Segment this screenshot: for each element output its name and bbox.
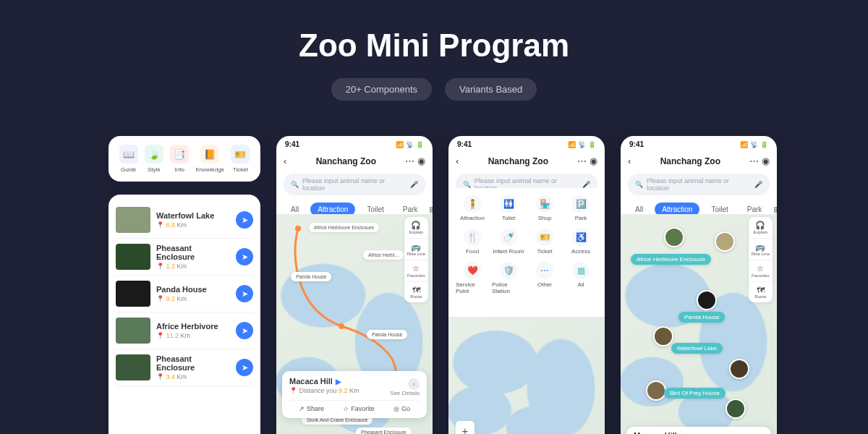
toolbar-item-guide[interactable]: 📖Guide [119, 145, 138, 173]
back-icon[interactable]: ‹ [284, 156, 286, 166]
map-tag[interactable]: Panda House [678, 312, 725, 323]
toolbar-item-knowledge[interactable]: 📙Knowledge [195, 145, 224, 173]
wifi-icon: 📡 [750, 141, 758, 148]
tool-explain[interactable]: 🎧Explain [404, 217, 428, 239]
category-label: All [578, 281, 584, 288]
map-avatar[interactable] [664, 227, 684, 247]
category-attraction[interactable]: 🧍Attraction [456, 195, 489, 221]
pill-row: 20+ Components Variants Based [0, 78, 868, 101]
toolbar-item-info[interactable]: 📑Info [170, 145, 189, 173]
category-access[interactable]: ♿Access [564, 229, 597, 255]
mic-icon[interactable]: 🎤 [754, 181, 762, 188]
chevron-right-icon[interactable]: › [408, 378, 420, 390]
tool-rideline[interactable]: 🚌Ride Line [404, 239, 428, 260]
category-ticket[interactable]: 🎫Ticket [528, 229, 561, 255]
search-placeholder: Please input animal name or location [302, 177, 407, 192]
list-title: Africe Herbivore [156, 322, 230, 331]
search-input[interactable]: 🔍 Please input animal name or location 🎤 [284, 174, 425, 195]
bus-icon: 🚌 [407, 242, 425, 252]
search-input[interactable]: 🔍 Please input animal name or location 🎤 [628, 174, 770, 195]
phone-map-avatars: 9:41 📶📡🔋 ‹ Nanchang Zoo ⋯ ◉ 🔍 Please inp… [621, 136, 777, 434]
map-canvas[interactable] [448, 317, 605, 434]
map-avatar[interactable] [715, 231, 735, 252]
category-icon: ❤️ [464, 262, 481, 279]
zoom-in-button[interactable]: + [456, 421, 475, 434]
info-icon: 📑 [170, 145, 189, 163]
list-distance: 📍 3.4 Km [156, 373, 230, 380]
map-tag[interactable]: Bird Of Prey House [664, 388, 726, 399]
navigate-button[interactable]: ➤ [236, 211, 253, 229]
mic-icon[interactable]: 🎤 [582, 181, 590, 188]
toolbar-item-ticket[interactable]: 🎫Ticket [231, 145, 250, 173]
go-button[interactable]: ◎ Go [393, 405, 410, 412]
map-tag[interactable]: Waterfowl Lake [671, 343, 723, 354]
category-grid: 🧍Attraction🚻Toilet🏪Shop🅿️Park🍴Food🍼Infan… [448, 188, 605, 302]
location-bottom-card: Macaca Hill▶ › 📍 Distance you 9.2 Km See… [282, 371, 427, 418]
map-chip[interactable]: Africe Herbivore Enclosure [309, 223, 379, 232]
pill-components: 20+ Components [331, 78, 432, 101]
tool-favorites[interactable]: ☆Favorites [404, 260, 428, 282]
thumbnail [116, 207, 150, 233]
guide-icon: 📖 [119, 145, 138, 163]
list-distance: 📍 6.8 Km [156, 221, 230, 229]
back-icon[interactable]: ‹ [456, 156, 459, 166]
navigate-button[interactable]: ➤ [236, 285, 253, 302]
tool-favorites[interactable]: ☆Favorites [749, 260, 773, 282]
menu-icon[interactable]: ⋯ ◉ [405, 156, 425, 166]
location-list: Waterfowl Lake📍 6.8 Km➤Pheasant Enclosur… [109, 195, 260, 434]
thumbnail [116, 244, 150, 270]
category-police-station[interactable]: 🛡️Police Station [492, 262, 525, 294]
category-infant-room[interactable]: 🍼Infant Room [492, 229, 525, 255]
grid-icon[interactable]: ▦ [773, 205, 777, 214]
navigate-button[interactable]: ➤ [236, 248, 253, 265]
list-item[interactable]: Africe Herbivore📍 11.2 Km➤ [116, 312, 253, 349]
play-icon[interactable]: ▶ [680, 432, 686, 435]
list-item[interactable]: Pheasant Enclosure📍 3.4 Km➤ [116, 349, 253, 386]
map-canvas[interactable]: 🎧Explain 🚌Ride Line ☆Favorites 🗺Route Af… [621, 214, 777, 434]
map-avatar[interactable] [726, 399, 746, 419]
category-toilet[interactable]: 🚻Toilet [492, 195, 525, 221]
list-item[interactable]: Panda House📍 9.2 Km➤ [116, 276, 253, 312]
category-all[interactable]: ▦All [564, 262, 597, 294]
list-title: Panda House [156, 285, 230, 294]
play-icon[interactable]: ▶ [336, 378, 341, 386]
category-park[interactable]: 🅿️Park [564, 195, 597, 221]
navigate-button[interactable]: ➤ [236, 359, 253, 376]
map-avatar[interactable] [646, 380, 666, 401]
list-item[interactable]: Pheasant Enclosure📍 1.2 Km➤ [116, 239, 253, 276]
menu-icon[interactable]: ⋯ ◉ [577, 156, 597, 166]
map-avatar[interactable] [729, 359, 749, 379]
category-food[interactable]: 🍴Food [456, 229, 489, 255]
map-avatar[interactable] [697, 290, 717, 310]
navigate-button[interactable]: ➤ [236, 322, 253, 339]
map-avatar[interactable] [653, 326, 673, 346]
category-other[interactable]: ⋯Other [528, 262, 561, 294]
category-label: Park [575, 215, 587, 221]
map-chip[interactable]: Panda House [367, 330, 407, 339]
back-icon[interactable]: ‹ [628, 156, 631, 166]
category-label: Toilet [502, 215, 516, 221]
share-button[interactable]: ↗ Share [299, 405, 324, 412]
mic-icon[interactable]: 🎤 [410, 181, 418, 188]
list-title: Waterfowl Lake [156, 211, 230, 220]
category-service-point[interactable]: ❤️Service Point [456, 262, 489, 294]
favorite-button[interactable]: ☆ Favorite [343, 405, 375, 412]
toolbar-item-style[interactable]: 🍃Style [145, 145, 163, 173]
map-canvas[interactable]: 🎧Explain 🚌Ride Line ☆Favorites 🗺Route Af… [276, 214, 433, 434]
tool-explain[interactable]: 🎧Explain [749, 217, 773, 239]
grid-icon[interactable]: ▦ [429, 205, 433, 214]
map-chip[interactable]: Pheasant Enclosure [356, 427, 412, 434]
tool-route[interactable]: 🗺Route [404, 282, 428, 302]
see-details-link[interactable]: See Details [390, 390, 420, 396]
menu-icon[interactable]: ⋯ ◉ [749, 156, 770, 166]
list-item[interactable]: Waterfowl Lake📍 6.8 Km➤ [116, 202, 253, 239]
map-chip[interactable]: Africe Herbi... [363, 250, 404, 260]
list-title: Pheasant Enclosure [156, 354, 230, 372]
category-label: Shop [538, 215, 552, 221]
category-shop[interactable]: 🏪Shop [528, 195, 561, 221]
map-tag[interactable]: Africe Herbivore Enclosure [631, 254, 711, 265]
tool-rideline[interactable]: 🚌Ride Line [749, 239, 773, 260]
tool-route[interactable]: 🗺Route [749, 282, 773, 302]
map-chip[interactable]: Panda House [291, 272, 331, 281]
category-label: Access [571, 248, 590, 255]
